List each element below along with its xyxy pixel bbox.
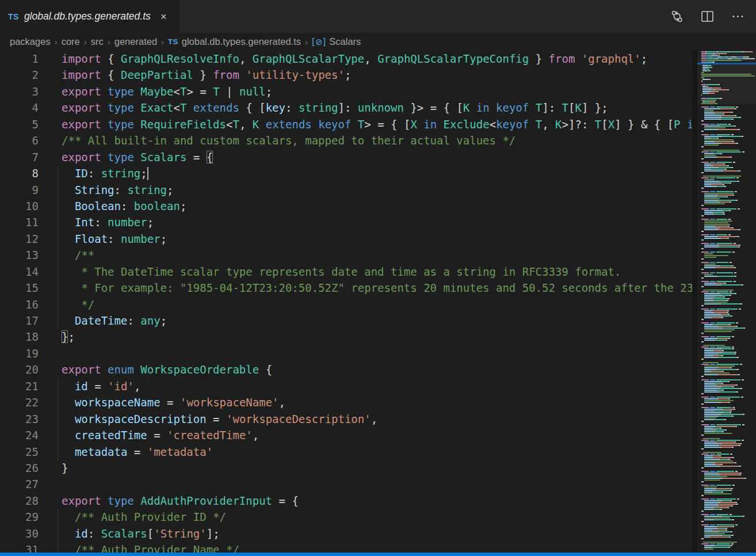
line-number[interactable]: 23 bbox=[0, 411, 39, 427]
minimap-line bbox=[701, 290, 755, 291]
editor-actions bbox=[669, 0, 756, 33]
open-changes-icon[interactable] bbox=[669, 9, 685, 24]
line-number[interactable]: 9 bbox=[0, 182, 39, 198]
minimap-line bbox=[701, 234, 755, 235]
minimap-line bbox=[701, 485, 755, 486]
code-line-30[interactable]: 30 id: Scalars['String']; bbox=[0, 525, 697, 542]
more-actions-icon[interactable] bbox=[730, 9, 746, 24]
line-number[interactable]: 18 bbox=[0, 329, 39, 345]
line-number[interactable]: 29 bbox=[0, 509, 39, 525]
line-number[interactable]: 6 bbox=[0, 132, 39, 148]
minimap-viewport-slider[interactable] bbox=[697, 51, 756, 104]
code-editor[interactable]: 1import { GraphQLResolveInfo, GraphQLSca… bbox=[0, 51, 697, 553]
line-number[interactable]: 20 bbox=[0, 361, 39, 378]
line-number[interactable]: 25 bbox=[0, 444, 39, 460]
line-number[interactable]: 26 bbox=[0, 460, 39, 476]
line-number[interactable]: 5 bbox=[0, 116, 39, 132]
code-line-12[interactable]: 12 Float: number; bbox=[0, 231, 697, 247]
minimap-line bbox=[701, 490, 755, 491]
breadcrumb-symbol-scalars[interactable]: [⊘] Scalars bbox=[312, 36, 361, 47]
code-line-21[interactable]: 21 id = 'id', bbox=[0, 378, 697, 394]
line-number[interactable]: 24 bbox=[0, 427, 39, 443]
indent-guide bbox=[58, 525, 58, 542]
code-line-9[interactable]: 9 String: string; bbox=[0, 182, 697, 198]
line-number[interactable]: 8 bbox=[0, 165, 39, 181]
line-number[interactable]: 11 bbox=[0, 214, 39, 230]
code-line-25[interactable]: 25 metadata = 'metadata' bbox=[0, 444, 697, 460]
code-line-19[interactable]: 19 bbox=[0, 345, 697, 361]
line-number[interactable]: 19 bbox=[0, 345, 39, 361]
line-number[interactable]: 31 bbox=[0, 542, 39, 553]
line-number[interactable]: 4 bbox=[0, 100, 39, 116]
line-number[interactable]: 12 bbox=[0, 231, 39, 247]
line-number[interactable]: 28 bbox=[0, 493, 39, 509]
minimap-line bbox=[701, 507, 755, 508]
code-line-15[interactable]: 15 * For example: "1985-04-12T23:20:50.5… bbox=[0, 280, 697, 296]
minimap-line bbox=[701, 379, 755, 380]
code-line-27[interactable]: 27 bbox=[0, 476, 697, 492]
indent-guide bbox=[58, 509, 58, 525]
line-number[interactable]: 27 bbox=[0, 476, 39, 492]
code-line-3[interactable]: 3export type Maybe<T> = T | null; bbox=[0, 83, 697, 100]
line-number[interactable]: 14 bbox=[0, 264, 39, 280]
scrollbar-track[interactable] bbox=[692, 51, 697, 553]
minimap-line bbox=[701, 191, 755, 192]
code-line-2[interactable]: 2import { DeepPartial } from 'utility-ty… bbox=[0, 67, 697, 83]
breadcrumb-file[interactable]: TS global.db.types.generated.ts bbox=[168, 36, 301, 47]
line-number[interactable]: 1 bbox=[0, 51, 39, 67]
line-number[interactable]: 2 bbox=[0, 67, 39, 83]
line-number[interactable]: 17 bbox=[0, 313, 39, 329]
minimap-line bbox=[701, 277, 755, 279]
line-number[interactable]: 21 bbox=[0, 378, 39, 394]
code-line-18[interactable]: 18}; bbox=[0, 329, 697, 345]
code-line-23[interactable]: 23 workspaceDescription = 'workspaceDesc… bbox=[0, 411, 697, 427]
tab-global-db-types[interactable]: TS global.db.types.generated.ts × bbox=[0, 0, 180, 33]
code-line-1[interactable]: 1import { GraphQLResolveInfo, GraphQLSca… bbox=[0, 51, 697, 67]
minimap-line bbox=[701, 336, 755, 337]
breadcrumb-src[interactable]: src bbox=[91, 36, 104, 47]
code-line-26[interactable]: 26} bbox=[0, 460, 697, 476]
code-line-7[interactable]: 7export type Scalars = { bbox=[0, 149, 697, 165]
line-number[interactable]: 30 bbox=[0, 525, 39, 542]
line-number[interactable]: 16 bbox=[0, 296, 39, 313]
line-number[interactable]: 15 bbox=[0, 280, 39, 296]
minimap-line bbox=[701, 514, 755, 515]
code-line-22[interactable]: 22 workspaceName = 'workspaceName', bbox=[0, 394, 697, 410]
minimap-line bbox=[701, 517, 755, 519]
minimap-line bbox=[701, 504, 755, 505]
code-line-14[interactable]: 14 * The DateTime scalar type represents… bbox=[0, 264, 697, 280]
tab-close-icon[interactable]: × bbox=[161, 11, 167, 22]
minimap-line bbox=[701, 403, 755, 405]
minimap-line bbox=[701, 428, 755, 429]
breadcrumb-generated[interactable]: generated bbox=[114, 36, 157, 47]
code-line-28[interactable]: 28export type AddAuthProviderInput = { bbox=[0, 493, 697, 509]
code-line-16[interactable]: 16 */ bbox=[0, 296, 697, 313]
code-line-24[interactable]: 24 createdTime = 'createdTime', bbox=[0, 427, 697, 443]
code-line-31[interactable]: 31 /** Auth Provider Name */ bbox=[0, 542, 697, 553]
minimap-line bbox=[701, 310, 755, 311]
code-line-20[interactable]: 20export enum WorkspaceOrderable { bbox=[0, 361, 697, 378]
line-number[interactable]: 7 bbox=[0, 149, 39, 165]
line-number[interactable]: 13 bbox=[0, 247, 39, 263]
minimap-line bbox=[701, 545, 755, 546]
split-editor-icon[interactable] bbox=[700, 9, 715, 24]
minimap-line bbox=[701, 511, 755, 512]
code-line-13[interactable]: 13 /** bbox=[0, 247, 697, 263]
breadcrumb-packages[interactable]: packages bbox=[10, 36, 51, 47]
line-number[interactable]: 22 bbox=[0, 394, 39, 410]
indent-guide bbox=[58, 182, 58, 198]
minimap[interactable] bbox=[697, 51, 756, 553]
code-line-29[interactable]: 29 /** Auth Provider ID */ bbox=[0, 509, 697, 525]
code-line-10[interactable]: 10 Boolean: boolean; bbox=[0, 198, 697, 214]
code-line-4[interactable]: 4export type Exact<T extends { [key: str… bbox=[0, 100, 697, 116]
code-line-17[interactable]: 17 DateTime: any; bbox=[0, 313, 697, 329]
line-number[interactable]: 10 bbox=[0, 198, 39, 214]
minimap-line bbox=[701, 526, 755, 527]
code-line-5[interactable]: 5export type RequireFields<T, K extends … bbox=[0, 116, 697, 132]
line-number[interactable]: 3 bbox=[0, 83, 39, 100]
code-text: Float: number; bbox=[62, 231, 167, 247]
code-line-6[interactable]: 6/** All built-in and custom scalars, ma… bbox=[0, 132, 697, 148]
breadcrumb-core[interactable]: core bbox=[62, 36, 80, 47]
code-line-11[interactable]: 11 Int: number; bbox=[0, 214, 697, 230]
code-line-8[interactable]: 8 ID: string; bbox=[0, 165, 697, 181]
